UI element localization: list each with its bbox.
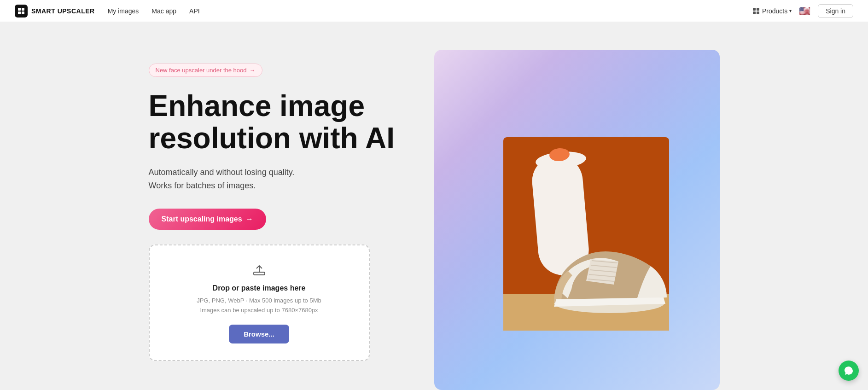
svg-rect-3 [22,12,24,14]
nav-my-images[interactable]: My images [108,7,139,15]
sign-in-button[interactable]: Sign in [818,4,853,18]
cta-label: Start upscaling images [162,215,242,223]
navbar: SMART UPSCALER My images Mac app API Pro… [0,0,868,22]
cta-arrow: → [246,215,253,223]
badge-text: New face upscaler under the hood [156,67,247,74]
chat-icon [844,366,854,376]
browse-button[interactable]: Browse... [229,325,289,343]
chevron-down-icon: ▾ [789,8,792,13]
grid-icon [753,8,759,14]
svg-rect-2 [18,12,21,14]
hero-section: New face upscaler under the hood → Enhan… [149,50,407,361]
badge-arrow: → [250,67,256,74]
logo-icon [15,5,28,17]
start-upscaling-button[interactable]: Start upscaling images → [149,209,266,230]
drop-subtitle: JPG, PNG, WebP · Max 500 images up to 5M… [164,296,354,315]
hero-title: Enhance image resolution with AI [149,90,407,155]
hero-image-panel [434,50,720,390]
upload-icon [164,262,354,279]
nav-left: SMART UPSCALER My images Mac app API [15,5,200,17]
svg-rect-1 [22,8,24,11]
svg-rect-4 [254,272,265,275]
promo-badge[interactable]: New face upscaler under the hood → [149,64,262,77]
hero-illustration [476,100,678,340]
upload-svg [252,262,267,277]
logo-text: SMART UPSCALER [31,7,95,15]
nav-mac-app[interactable]: Mac app [151,7,176,15]
main-content: New face upscaler under the hood → Enhan… [112,22,757,390]
dropzone: Drop or paste images here JPG, PNG, WebP… [149,244,370,361]
chat-button[interactable] [839,361,859,381]
hero-subtitle: Automatically and without losing quality… [149,166,370,192]
nav-api[interactable]: API [189,7,200,15]
products-dropdown[interactable]: Products ▾ [753,7,792,15]
svg-rect-0 [18,8,21,11]
drop-title: Drop or paste images here [164,284,354,292]
logo[interactable]: SMART UPSCALER [15,5,95,17]
language-flag[interactable]: 🇺🇸 [799,6,810,17]
products-label: Products [762,7,787,15]
nav-right: Products ▾ 🇺🇸 Sign in [753,4,853,18]
